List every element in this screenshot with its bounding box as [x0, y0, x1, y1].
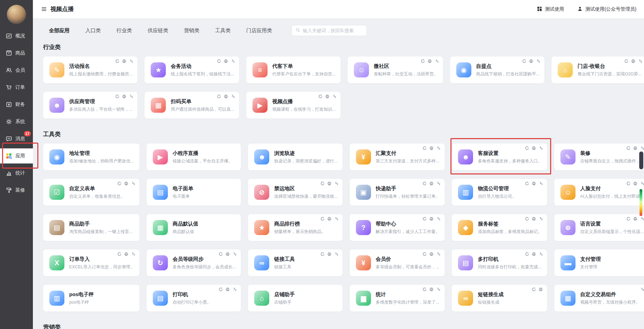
- tab-store-apps[interactable]: 门店应用类: [240, 25, 278, 36]
- refresh-icon[interactable]: [525, 146, 529, 150]
- print-icon[interactable]: [529, 59, 533, 63]
- print-icon[interactable]: [532, 146, 536, 150]
- app-card[interactable]: ▤ 多打印机 同时连接多台打印机，批量完成...: [452, 249, 547, 276]
- tab-marketing[interactable]: 营销类: [178, 25, 205, 36]
- link-icon[interactable]: [436, 217, 441, 221]
- refresh-icon[interactable]: [522, 59, 527, 63]
- refresh-icon[interactable]: [320, 181, 325, 186]
- app-card[interactable]: ▆ 统计 多维度数字化统计管理，深度了...: [350, 285, 445, 312]
- app-card[interactable]: ☑ 自定义表单 自定义表单，收集各类信息。: [43, 179, 139, 206]
- refresh-icon[interactable]: [525, 217, 529, 221]
- app-card[interactable]: ☺ 微社区 发帖种草，社交互动，活跃带货。: [348, 57, 443, 83]
- link-icon[interactable]: [334, 181, 338, 186]
- link-icon[interactable]: [131, 252, 135, 256]
- refresh-icon[interactable]: [217, 94, 221, 99]
- sidebar-item-finance[interactable]: 财务: [0, 96, 33, 113]
- print-icon[interactable]: [122, 59, 126, 63]
- app-card[interactable]: ⌂ 店铺助手 店铺助手: [248, 285, 342, 312]
- link-icon[interactable]: [231, 94, 235, 99]
- print-icon[interactable]: [224, 94, 228, 99]
- print-icon[interactable]: [429, 146, 434, 150]
- tab-tools[interactable]: 工具类: [209, 25, 236, 36]
- link-icon[interactable]: [436, 287, 441, 292]
- refresh-icon[interactable]: [525, 252, 529, 256]
- refresh-icon[interactable]: [626, 217, 631, 221]
- app-card[interactable]: ☻ 浏览轨迹 轨迹记录，洞察浏览偏好，进行...: [248, 144, 342, 170]
- search-input[interactable]: [303, 28, 363, 33]
- refresh-icon[interactable]: [219, 287, 223, 292]
- refresh-icon[interactable]: [320, 252, 325, 256]
- link-icon[interactable]: [538, 146, 543, 150]
- refresh-icon[interactable]: [422, 287, 427, 292]
- app-card[interactable]: ▤ 商品助手 淘宝商品链接复制，一键上传至...: [43, 214, 139, 241]
- app-card[interactable]: ▤ 电子面单 电子面单: [147, 179, 241, 206]
- refresh-icon[interactable]: [421, 59, 425, 63]
- link-icon[interactable]: [640, 181, 644, 186]
- app-card[interactable]: ▬ 支付管理 支付管理: [554, 249, 644, 276]
- link-icon[interactable]: [232, 252, 237, 256]
- sidebar-item-orders[interactable]: 订单: [0, 79, 33, 96]
- user-menu[interactable]: 测试使用(公众号管理员): [577, 6, 636, 12]
- refresh-icon[interactable]: [117, 252, 122, 256]
- link-icon[interactable]: [332, 94, 336, 99]
- print-icon[interactable]: [327, 217, 332, 221]
- print-icon[interactable]: [532, 252, 536, 256]
- hamburger-icon[interactable]: [41, 6, 47, 12]
- print-icon[interactable]: [225, 287, 230, 292]
- print-icon[interactable]: [429, 287, 434, 292]
- sidebar-item-stats[interactable]: 统计: [0, 164, 33, 182]
- refresh-icon[interactable]: [117, 181, 122, 186]
- print-icon[interactable]: [122, 94, 126, 99]
- link-icon[interactable]: [538, 252, 543, 256]
- app-card[interactable]: ★ 会务活动 线上报名线下签到，链接线下活...: [145, 57, 239, 83]
- link-icon[interactable]: [131, 181, 135, 186]
- app-card[interactable]: ⊕ 语言设置 自定义系统前端显示，个性化适...: [554, 214, 644, 241]
- print-icon[interactable]: [224, 59, 228, 63]
- app-card[interactable]: ✎ 活动报名 线上报名缴纳费用，付费金额营...: [43, 57, 137, 83]
- link-icon[interactable]: [334, 252, 338, 256]
- sidebar-item-messages[interactable]: 消息 17: [0, 130, 33, 147]
- print-icon[interactable]: [124, 181, 128, 186]
- print-icon[interactable]: [532, 181, 536, 186]
- refresh-icon[interactable]: [217, 59, 221, 63]
- refresh-icon[interactable]: [626, 181, 631, 186]
- app-card[interactable]: ◉ 地址管理 添加/修改地址，协助用户更改信...: [43, 144, 139, 170]
- refresh-icon[interactable]: [532, 287, 536, 292]
- refresh-icon[interactable]: [318, 94, 323, 99]
- link-icon[interactable]: [231, 59, 235, 63]
- print-icon[interactable]: [631, 59, 635, 63]
- sidebar-item-apps[interactable]: 应用: [0, 148, 33, 163]
- link-icon[interactable]: [640, 146, 644, 150]
- tab-supply-chain[interactable]: 供应链类: [142, 25, 174, 36]
- link-icon[interactable]: [436, 181, 441, 186]
- app-card[interactable]: ▶ 小程序直播 链接公域流量，平台自主开播。: [147, 144, 241, 170]
- link-icon[interactable]: [536, 59, 540, 63]
- app-card[interactable]: ☻ 供应商管理 多供应商入驻，平台统一销售，...: [43, 92, 137, 119]
- refresh-icon[interactable]: [320, 217, 325, 221]
- link-icon[interactable]: [436, 252, 441, 256]
- refresh-icon[interactable]: [115, 59, 120, 63]
- link-icon[interactable]: [129, 94, 133, 99]
- extension-color-strip[interactable]: [640, 189, 642, 216]
- app-card[interactable]: ★ 商品排行榜 销量榜单，展示热销商品。: [248, 214, 342, 241]
- app-card[interactable]: ✎ 装修 店铺界面自定义，拖拽式操作，...: [554, 144, 644, 170]
- app-card[interactable]: ▥ pos电子秤 pos电子秤: [43, 285, 139, 312]
- app-card[interactable]: ⊘ 禁运地区 选择区域禁收快递，避开物流收...: [248, 179, 342, 206]
- app-card[interactable]: ¥ 汇聚支付 第三方支付渠道，支付方式多样...: [350, 144, 445, 170]
- app-card[interactable]: ▶ 视频点播 视频课程，在线学习，打造知识...: [246, 92, 340, 119]
- refresh-icon[interactable]: [115, 94, 120, 99]
- app-card[interactable]: ◆ 服务标签 添加商品标签，多维度商品标记。: [452, 214, 547, 241]
- app-card[interactable]: ? 帮助中心 解决方案指引，减少人工工作量。: [350, 214, 445, 241]
- app-card[interactable]: ⌂ 门店-收银台 整合线下门店资源，实现O2O异...: [552, 57, 644, 83]
- print-icon[interactable]: [225, 252, 230, 256]
- link-icon[interactable]: [232, 287, 237, 292]
- refresh-icon[interactable]: [624, 59, 629, 63]
- sidebar-item-overview[interactable]: 概况: [0, 27, 33, 45]
- print-icon[interactable]: [327, 252, 332, 256]
- print-icon[interactable]: [429, 217, 434, 221]
- sidebar-item-members[interactable]: 会员: [0, 62, 33, 79]
- link-icon[interactable]: [640, 287, 644, 292]
- app-card[interactable]: ▥ 物流公司管理 自行导入物流公司。: [452, 179, 547, 206]
- link-icon[interactable]: [538, 217, 543, 221]
- app-card[interactable]: ¥ 会员价 多等级会员制，可查看会员价，...: [350, 249, 445, 276]
